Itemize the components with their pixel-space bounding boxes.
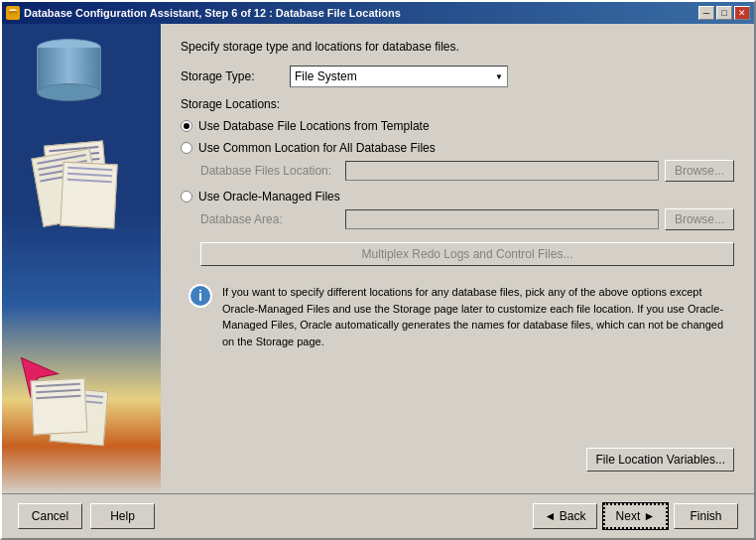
- radio-row-template: Use Database File Locations from Templat…: [181, 119, 734, 133]
- close-button[interactable]: ✕: [734, 6, 750, 20]
- content-area: Specify storage type and locations for d…: [2, 24, 754, 493]
- multiplex-label: Multiplex Redo Logs and Control Files...: [362, 247, 573, 261]
- paper-3: [60, 162, 117, 229]
- multiplex-button[interactable]: Multiplex Redo Logs and Control Files...: [200, 242, 734, 266]
- db-files-location-row: Database Files Location: Browse...: [200, 160, 734, 182]
- file-location-vars-button[interactable]: File Location Variables...: [586, 448, 734, 472]
- database-illustration: [37, 39, 101, 101]
- bottom-left-buttons: Cancel Help: [18, 503, 155, 529]
- storage-type-label: Storage Type:: [181, 69, 290, 83]
- radio-label-oracle: Use Oracle-Managed Files: [198, 190, 340, 203]
- db-files-location-label: Database Files Location:: [200, 164, 339, 178]
- maximize-button[interactable]: □: [716, 6, 732, 20]
- right-panel: Specify storage type and locations for d…: [161, 24, 754, 493]
- back-button[interactable]: ◄ Back: [533, 503, 597, 529]
- bottom-right-buttons: ◄ Back Next ► Finish: [533, 503, 738, 529]
- info-icon: i: [189, 284, 212, 308]
- storage-type-value: File System: [295, 69, 357, 83]
- help-button[interactable]: Help: [90, 503, 155, 529]
- left-panel-illustration: [2, 24, 161, 493]
- radio-label-common: Use Common Location for All Database Fil…: [198, 141, 436, 155]
- app-icon: [6, 6, 20, 20]
- db-area-input[interactable]: [345, 209, 659, 229]
- window-title: Database Configuration Assistant, Step 6…: [24, 7, 401, 19]
- dropdown-arrow-icon: ▼: [495, 72, 503, 81]
- bottom-bar: Cancel Help ◄ Back Next ► Finish: [2, 493, 754, 538]
- description-text: Specify storage type and locations for d…: [181, 40, 734, 54]
- radio-button-common[interactable]: [181, 142, 192, 154]
- radio-button-template[interactable]: [181, 120, 192, 132]
- browse-label-common: Browse...: [675, 164, 724, 178]
- radio-group: Use Database File Locations from Templat…: [181, 119, 734, 230]
- back-label: ◄ Back: [545, 509, 586, 523]
- radio-row-common: Use Common Location for All Database Fil…: [181, 141, 734, 155]
- radio-label-template: Use Database File Locations from Templat…: [198, 119, 430, 133]
- file-location-vars-label: File Location Variables...: [595, 453, 725, 467]
- radio-item-oracle: Use Oracle-Managed Files Database Area: …: [181, 190, 734, 230]
- browse-button-oracle[interactable]: Browse...: [665, 208, 734, 230]
- title-bar-controls: ─ □ ✕: [698, 6, 750, 20]
- help-label: Help: [110, 509, 135, 523]
- browse-button-common[interactable]: Browse...: [665, 160, 734, 182]
- main-window: Database Configuration Assistant, Step 6…: [0, 0, 756, 540]
- info-box: i If you want to specify different locat…: [181, 276, 734, 357]
- db-files-location-input[interactable]: [345, 161, 659, 181]
- db-area-label: Database Area:: [200, 212, 339, 226]
- radio-row-oracle: Use Oracle-Managed Files: [181, 190, 734, 203]
- next-button[interactable]: Next ►: [603, 503, 668, 529]
- info-text: If you want to specify different locatio…: [222, 284, 726, 349]
- storage-type-row: Storage Type: File System ▼: [181, 66, 734, 87]
- minimize-button[interactable]: ─: [698, 6, 714, 20]
- cancel-label: Cancel: [32, 509, 68, 523]
- radio-item-template: Use Database File Locations from Templat…: [181, 119, 734, 133]
- left-panel: [2, 24, 161, 493]
- info-icon-text: i: [198, 288, 202, 304]
- db-area-row: Database Area: Browse...: [200, 208, 734, 230]
- storage-type-dropdown[interactable]: File System ▼: [290, 66, 508, 87]
- finish-button[interactable]: Finish: [674, 503, 738, 529]
- finish-label: Finish: [690, 509, 721, 523]
- radio-button-oracle[interactable]: [181, 191, 192, 202]
- cancel-button[interactable]: Cancel: [18, 503, 82, 529]
- storage-locations-label: Storage Locations:: [181, 97, 734, 111]
- title-bar: Database Configuration Assistant, Step 6…: [2, 2, 754, 24]
- svg-point-2: [9, 13, 17, 17]
- browse-label-oracle: Browse...: [675, 212, 724, 226]
- radio-item-common: Use Common Location for All Database Fil…: [181, 141, 734, 182]
- paper-5: [31, 378, 88, 436]
- title-bar-left: Database Configuration Assistant, Step 6…: [6, 6, 401, 20]
- next-label: Next ►: [616, 509, 656, 523]
